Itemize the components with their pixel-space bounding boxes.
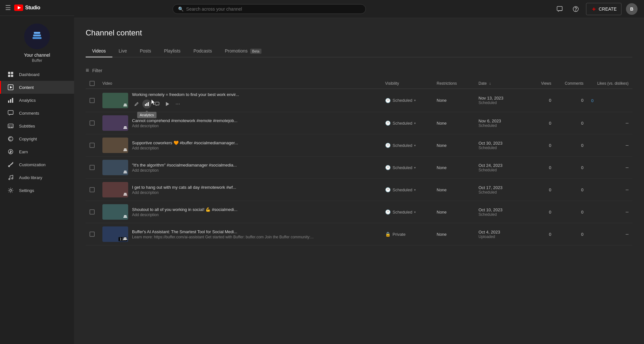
dropdown-arrow-icon[interactable]: ▾ (414, 188, 416, 192)
video-cell: I get to hang out with my cats all day #… (99, 179, 381, 201)
comments-cell: 0 (555, 89, 587, 112)
sort-icon: ↓ (489, 81, 491, 86)
sidebar-item-settings[interactable]: Settings (0, 184, 74, 197)
filter-label[interactable]: Filter (92, 68, 102, 73)
likes-value[interactable]: 0 (591, 98, 593, 103)
sidebar-item-dashboard[interactable]: Dashboard (0, 68, 74, 81)
private-icon: 🔒 (385, 232, 391, 237)
table-header-row: Video Visibility Restrictions Date ↓ Vie… (86, 78, 632, 89)
table-row: I get to hang out with my cats all day #… (86, 179, 632, 201)
help-icon-btn[interactable] (570, 3, 582, 15)
video-info: Shoutout to all of you working in social… (132, 207, 377, 217)
tab-posts[interactable]: Posts (133, 45, 157, 57)
avatar[interactable] (24, 24, 50, 49)
date-sub: Scheduled (478, 190, 526, 195)
dropdown-arrow-icon[interactable]: ▾ (414, 144, 416, 147)
svg-rect-51 (124, 215, 127, 216)
sidebar-item-audio-library[interactable]: Audio library (0, 171, 74, 184)
edit-icon[interactable] (132, 100, 141, 109)
sidebar-item-customization[interactable]: Customization (0, 158, 74, 171)
views-cell: 0 (529, 157, 555, 179)
svg-rect-13 (12, 98, 13, 103)
select-all-checkbox[interactable] (90, 81, 95, 86)
video-title[interactable]: Shoutout to all of you working in social… (132, 207, 254, 212)
channel-profile: Your channel Buffer (0, 16, 74, 68)
analytics-icon[interactable]: Analytics (142, 100, 151, 109)
row-checkbox[interactable] (90, 232, 95, 237)
filter-bar: ≡ Filter (86, 64, 632, 77)
dropdown-arrow-icon[interactable]: ▾ (414, 121, 416, 125)
sidebar-item-earn[interactable]: Earn (0, 145, 74, 158)
svg-rect-48 (124, 193, 127, 194)
video-title[interactable]: Working remotely = freedom to find your … (132, 92, 254, 97)
search-bar[interactable]: 🔍 (173, 4, 366, 14)
svg-rect-44 (124, 172, 127, 172)
tab-promotions[interactable]: Promotions Beta (218, 45, 268, 57)
sidebar-item-analytics[interactable]: Analytics (0, 94, 74, 107)
sidebar-item-content[interactable]: Content (0, 81, 74, 94)
video-title[interactable]: Cannot comprehend #remotework #remote #r… (132, 118, 254, 123)
likes-cell: – (587, 112, 632, 134)
svg-rect-12 (10, 99, 11, 103)
channel-handle: Buffer (32, 58, 42, 63)
visibility-cell: 🕐 Scheduled ▾ (381, 112, 433, 134)
comments-icon-btn[interactable] (554, 3, 565, 15)
row-checkbox[interactable] (90, 143, 95, 148)
dropdown-arrow-icon[interactable]: ▾ (414, 210, 416, 214)
tab-videos[interactable]: Videos (86, 45, 112, 57)
svg-rect-39 (124, 126, 127, 127)
svg-rect-49 (123, 217, 127, 218)
row-checkbox[interactable] (90, 120, 95, 126)
row-checkbox[interactable] (90, 187, 95, 192)
video-thumbnail (102, 182, 128, 197)
video-title[interactable]: "It's the algorithm" #socialmediamanager… (132, 163, 254, 167)
search-input[interactable] (186, 6, 360, 12)
filter-icon[interactable]: ≡ (86, 67, 89, 74)
comments-action-icon[interactable] (153, 100, 162, 109)
create-button[interactable]: ＋ CREATE (586, 3, 621, 15)
tab-live[interactable]: Live (112, 45, 134, 57)
video-info: Supportive coworkers 🧡 #buffer #socialme… (132, 140, 377, 150)
restrictions-cell: None (433, 112, 475, 134)
tab-playlists[interactable]: Playlists (157, 45, 187, 57)
svg-point-24 (12, 178, 13, 179)
svg-rect-5 (8, 72, 10, 74)
hamburger-icon[interactable]: ☰ (5, 4, 11, 12)
row-checkbox[interactable] (90, 165, 95, 170)
row-checkbox[interactable] (90, 209, 95, 215)
video-title[interactable]: Buffer's AI Assistant: The Smartest Tool… (132, 229, 254, 234)
table-row: Shoutout to all of you working in social… (86, 201, 632, 223)
yt-logo[interactable]: Studio (14, 5, 40, 11)
tab-podcasts[interactable]: Podcasts (187, 45, 219, 57)
row-checkbox-cell (86, 223, 99, 245)
video-title[interactable]: I get to hang out with my cats all day #… (132, 185, 254, 190)
dropdown-arrow-icon[interactable]: ▾ (414, 99, 416, 102)
buffer-badge-icon (123, 215, 128, 219)
svg-rect-40 (123, 150, 127, 151)
clock-icon: 🕐 (385, 165, 391, 170)
dropdown-arrow-icon[interactable]: ▾ (414, 166, 416, 169)
svg-marker-10 (10, 86, 12, 89)
svg-rect-41 (124, 149, 127, 150)
sidebar-item-comments[interactable]: Comments (0, 107, 74, 119)
date-main: Oct 17, 2023 (478, 185, 526, 190)
date-cell: Nov 6, 2023 Scheduled (475, 112, 529, 134)
video-thumbnail (102, 115, 128, 131)
gear-icon (7, 187, 14, 194)
sidebar-item-copyright[interactable]: Copyright (0, 132, 74, 145)
restrictions-cell: None (433, 157, 475, 179)
buffer-badge-icon (123, 103, 128, 108)
video-title[interactable]: Supportive coworkers 🧡 #buffer #socialme… (132, 140, 254, 145)
svg-rect-11 (8, 100, 9, 103)
views-cell: 0 (529, 223, 555, 245)
sidebar-item-subtitles[interactable]: Subtitles (0, 119, 74, 132)
user-avatar[interactable]: B (626, 3, 638, 15)
beta-badge: Beta (250, 49, 261, 54)
visibility-cell: 🔒 Private (381, 223, 433, 245)
likes-cell: – (587, 223, 632, 245)
more-options-icon[interactable]: ⋯ (173, 100, 182, 109)
youtube-action-icon[interactable] (163, 100, 172, 109)
header-date[interactable]: Date ↓ (475, 78, 529, 89)
row-checkbox[interactable] (90, 98, 95, 103)
topbar-right: ＋ CREATE B (554, 3, 638, 15)
